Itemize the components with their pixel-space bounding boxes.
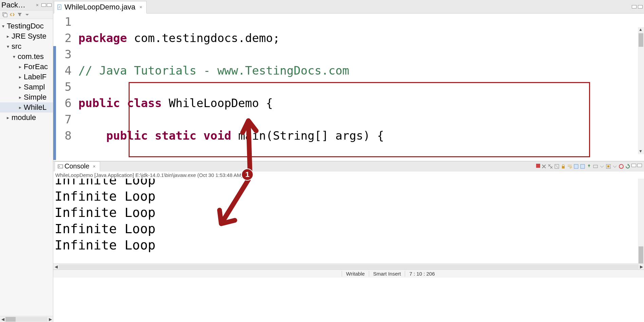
code-marker-bar <box>53 46 56 160</box>
terminate-icon[interactable] <box>536 164 540 168</box>
editor-maximize-icon[interactable] <box>638 5 643 8</box>
scroll-lock-icon[interactable] <box>561 164 566 169</box>
console-line: Infinite Loop <box>55 188 644 204</box>
tree-file[interactable]: ▸ ForEac <box>0 62 53 72</box>
open-console-icon[interactable] <box>606 164 611 169</box>
minimize-icon[interactable] <box>41 3 46 7</box>
stop-icon[interactable] <box>619 164 624 169</box>
view-menu-icon[interactable] <box>24 12 30 17</box>
line-number-gutter: 1 2 3 4 5 6 7 8 <box>53 14 74 161</box>
status-bar: Writable Smart Insert 7 : 10 : 206 <box>53 269 644 278</box>
scroll-right-icon[interactable]: ▶ <box>48 317 53 322</box>
tree-jre[interactable]: ▸ JRE Syste <box>0 31 53 41</box>
twist-closed-icon[interactable]: ▸ <box>19 95 24 100</box>
svg-text:J: J <box>58 5 60 9</box>
twist-closed-icon[interactable]: ▸ <box>19 105 24 110</box>
editor-tab-filename: WhileLoopDemo.java <box>64 3 135 12</box>
clear-console-icon[interactable] <box>554 164 560 169</box>
editor-tab-active[interactable]: J WhileLoopDemo.java × <box>54 1 147 14</box>
display-selected-icon[interactable] <box>593 164 598 169</box>
console-vscroll[interactable] <box>638 179 644 263</box>
tree-module[interactable]: ▸ module <box>0 113 53 123</box>
annotation-badge: 1 <box>241 168 253 181</box>
console-maximize-icon[interactable] <box>637 164 642 167</box>
svg-rect-4 <box>58 165 63 168</box>
console-panel: Console × <box>53 161 644 269</box>
svg-rect-6 <box>562 166 565 168</box>
tree-src[interactable]: ▾ src <box>0 41 53 52</box>
sidebar-toolbar <box>0 11 53 19</box>
twist-closed-icon[interactable]: ▸ <box>19 84 24 90</box>
show-on-stdout-icon[interactable] <box>573 164 579 169</box>
tree-file[interactable]: ▸ LabelF <box>0 72 53 82</box>
tree-project[interactable]: ▾ TestingDoc <box>0 21 53 31</box>
svg-rect-8 <box>581 164 585 168</box>
sidebar-header: Pack… × <box>0 0 53 11</box>
console-line: Infinite Loop <box>55 204 644 221</box>
svg-rect-1 <box>4 14 7 17</box>
scroll-up-icon: ▲ <box>638 27 643 33</box>
status-writable: Writable <box>342 271 369 277</box>
scroll-right-icon[interactable]: ▶ <box>639 264 644 269</box>
dropdown-icon[interactable] <box>599 164 605 169</box>
console-hscroll[interactable]: ◀ ▶ <box>53 263 644 269</box>
content-area: J WhileLoopDemo.java × 1 2 3 4 5 6 7 8 <box>53 0 644 322</box>
collapse-all-icon[interactable] <box>2 12 7 17</box>
tree-package[interactable]: ▾ com.tes <box>0 52 53 62</box>
pin-console-icon[interactable] <box>586 164 592 169</box>
tree-file-selected[interactable]: ▸ WhileL <box>0 102 53 113</box>
console-minimize-icon[interactable] <box>631 164 636 167</box>
package-explorer-sidebar: Pack… × ▾ TestingDoc ▸ JRE Syste ▾ <box>0 0 53 322</box>
twist-open-icon[interactable]: ▾ <box>2 23 7 29</box>
twist-open-icon[interactable]: ▾ <box>7 44 12 49</box>
code-content[interactable]: package com.testingdocs.demo; // Java Tu… <box>74 14 644 161</box>
status-caret-pos: 7 : 10 : 206 <box>405 271 439 277</box>
sidebar-title: Pack… <box>1 1 35 9</box>
console-output[interactable]: Infinite Loop Infinite Loop Infinite Loo… <box>53 179 644 263</box>
console-launch-info: WhileLoopDemo [Java Application] E:\jdk-… <box>53 172 644 179</box>
svg-rect-7 <box>574 164 578 168</box>
console-icon <box>58 164 63 169</box>
sidebar-close-icon[interactable]: × <box>35 2 40 8</box>
scroll-down-icon: ▼ <box>638 149 643 154</box>
tree-file[interactable]: ▸ Simple <box>0 92 53 102</box>
status-insert-mode: Smart Insert <box>369 271 405 277</box>
word-wrap-icon[interactable] <box>567 164 572 169</box>
scroll-left-icon[interactable]: ◀ <box>53 264 59 269</box>
twist-closed-icon[interactable]: ▸ <box>7 115 12 120</box>
svg-rect-11 <box>607 165 609 167</box>
maximize-icon[interactable] <box>47 3 52 7</box>
dropdown-icon[interactable] <box>612 164 618 169</box>
code-editor[interactable]: 1 2 3 4 5 6 7 8 package com.testingdocs.… <box>53 14 644 161</box>
console-line: Infinite Loop <box>55 221 644 237</box>
tab-close-icon[interactable]: × <box>138 4 144 10</box>
twist-open-icon[interactable]: ▾ <box>13 54 18 59</box>
svg-point-12 <box>619 164 623 168</box>
sidebar-hscroll[interactable]: ◀ ▶ <box>0 316 53 322</box>
twist-closed-icon[interactable]: ▸ <box>19 64 24 69</box>
console-tab[interactable]: Console × <box>55 161 100 172</box>
editor-tabs: J WhileLoopDemo.java × <box>53 0 644 14</box>
svg-rect-9 <box>593 165 598 168</box>
show-on-stderr-icon[interactable] <box>580 164 585 169</box>
link-editor-icon[interactable] <box>10 12 15 17</box>
remove-launch-icon[interactable] <box>541 164 547 169</box>
console-line: Infinite Loop <box>55 237 644 253</box>
console-tab-label: Console <box>64 162 89 170</box>
tree-file[interactable]: ▸ Sampl <box>0 82 53 92</box>
twist-closed-icon[interactable]: ▸ <box>7 34 12 39</box>
filter-icon[interactable] <box>17 12 22 17</box>
console-toolbar <box>536 164 644 169</box>
editor-minimize-icon[interactable] <box>632 5 637 8</box>
twist-closed-icon[interactable]: ▸ <box>19 74 24 80</box>
java-file-icon: J <box>57 4 62 10</box>
remove-all-icon[interactable] <box>548 164 553 169</box>
restart-icon[interactable] <box>625 164 630 169</box>
scroll-left-icon[interactable]: ◀ <box>0 317 5 322</box>
project-tree[interactable]: ▾ TestingDoc ▸ JRE Syste ▾ src ▾ com.tes… <box>0 19 53 316</box>
console-line: Infinite Loop <box>55 179 644 188</box>
console-tabs: Console × <box>53 161 644 172</box>
console-close-icon[interactable]: × <box>91 164 97 169</box>
editor-vscroll[interactable]: ▲ ▼ <box>638 27 644 154</box>
